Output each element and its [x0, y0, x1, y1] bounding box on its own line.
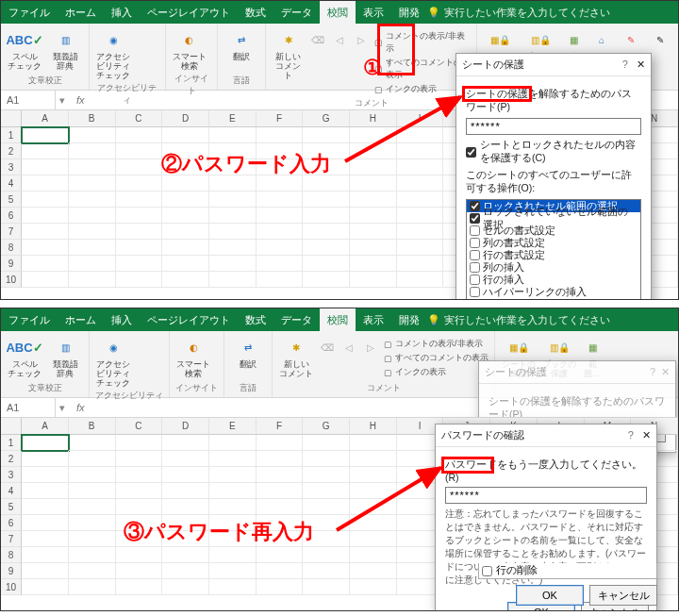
cell[interactable] [162, 159, 209, 175]
tab-layout[interactable]: ページレイアウト [140, 308, 238, 331]
cell[interactable] [209, 272, 257, 288]
cell[interactable] [397, 143, 444, 159]
column-header[interactable]: F [257, 110, 304, 127]
cell[interactable] [397, 175, 444, 191]
cell[interactable] [303, 272, 350, 288]
column-header[interactable]: C [116, 110, 163, 127]
cell[interactable] [350, 483, 397, 499]
cell[interactable] [257, 224, 304, 240]
cell[interactable] [162, 127, 209, 143]
column-header[interactable]: A [22, 110, 69, 127]
cell[interactable] [116, 483, 163, 499]
translate-button[interactable]: ⇄翻訳 [230, 334, 266, 369]
row-header[interactable]: 9 [1, 256, 22, 272]
cell[interactable] [350, 224, 397, 240]
cell[interactable] [303, 143, 350, 159]
cell[interactable] [350, 175, 397, 191]
cell[interactable] [162, 175, 209, 191]
tab-dev[interactable]: 開発 [391, 1, 427, 24]
column-header[interactable]: B [69, 110, 116, 127]
cell[interactable] [69, 127, 116, 143]
cell[interactable] [257, 547, 304, 563]
cell[interactable] [257, 467, 304, 483]
row-header[interactable]: 3 [1, 467, 22, 483]
row-header[interactable]: 1 [1, 435, 22, 451]
cell[interactable] [22, 515, 69, 531]
cell[interactable] [303, 483, 350, 499]
tab-view[interactable]: 表示 [356, 1, 391, 24]
row-header[interactable]: 8 [1, 547, 22, 563]
allow-option-checkbox[interactable] [470, 287, 480, 297]
cell[interactable] [209, 256, 257, 272]
tab-formula[interactable]: 数式 [238, 1, 273, 24]
cell[interactable] [116, 224, 163, 240]
cell[interactable] [69, 499, 116, 515]
cell[interactable] [350, 435, 397, 451]
allow-option[interactable]: ハイパーリンクの挿入 [467, 286, 640, 298]
cell[interactable] [162, 483, 209, 499]
cell[interactable] [257, 483, 304, 499]
cell[interactable] [303, 451, 350, 467]
accessibility-button[interactable]: ◉アクセシビリティ チェック [95, 26, 131, 80]
allow-option-checkbox[interactable] [470, 262, 480, 273]
cell[interactable] [116, 531, 163, 547]
cell[interactable] [22, 531, 69, 547]
cell[interactable] [257, 143, 304, 159]
cell[interactable] [257, 175, 304, 191]
cell[interactable] [116, 127, 163, 143]
tell-me-hint[interactable]: 💡 実行したい作業を入力してください [427, 6, 610, 20]
cell[interactable] [162, 467, 209, 483]
fx-icon[interactable]: fx [69, 402, 92, 413]
dialog-help-button[interactable]: ? [617, 58, 634, 70]
thesaurus-button[interactable]: ▥類義語 辞典 [47, 26, 83, 71]
cell[interactable] [162, 224, 209, 240]
allow-option-checkbox[interactable] [470, 299, 480, 300]
column-header[interactable]: H [350, 110, 397, 127]
cell[interactable] [116, 240, 163, 256]
cell[interactable] [69, 272, 116, 288]
allow-option-checkbox[interactable] [470, 275, 480, 285]
cell[interactable] [397, 127, 444, 143]
cell[interactable] [116, 563, 163, 579]
column-header[interactable]: G [303, 110, 350, 127]
spellcheck-button[interactable]: ABC✓スペル チェック [7, 334, 42, 378]
column-header[interactable]: I [397, 110, 444, 127]
cell[interactable] [257, 191, 304, 208]
cell[interactable] [257, 272, 304, 288]
cell[interactable] [303, 224, 350, 240]
row-header[interactable]: 2 [1, 451, 22, 467]
cell[interactable] [257, 451, 304, 467]
tell-me-hint[interactable]: 💡 実行したい作業を入力してください [427, 313, 610, 327]
cell[interactable] [257, 499, 304, 515]
cell[interactable] [350, 451, 397, 467]
row-header[interactable]: 10 [1, 272, 22, 288]
cell[interactable] [69, 467, 116, 483]
cell[interactable] [303, 467, 350, 483]
allow-option[interactable]: 列の挿入 [467, 261, 640, 274]
cell[interactable] [350, 159, 397, 175]
cell[interactable] [22, 483, 69, 499]
cell[interactable] [69, 191, 116, 208]
column-header[interactable]: H [350, 418, 397, 435]
cell[interactable] [303, 547, 350, 563]
cell[interactable] [303, 191, 350, 208]
translate-button[interactable]: ⇄翻訳 [224, 26, 259, 61]
cell[interactable] [162, 531, 209, 547]
cell[interactable] [116, 143, 163, 159]
cell[interactable] [209, 531, 257, 547]
cell[interactable] [162, 499, 209, 515]
cell[interactable] [162, 240, 209, 256]
cell[interactable] [303, 579, 350, 595]
cell[interactable] [209, 175, 257, 191]
column-header[interactable]: G [303, 418, 350, 435]
cell[interactable] [257, 127, 304, 143]
cell[interactable] [303, 240, 350, 256]
row-header[interactable]: 7 [1, 531, 22, 547]
cell[interactable] [69, 531, 116, 547]
cell[interactable] [69, 159, 116, 175]
cell[interactable] [350, 547, 397, 563]
cell[interactable] [209, 224, 257, 240]
cell[interactable] [162, 579, 209, 595]
allow-option-checkbox[interactable] [470, 238, 480, 248]
cell[interactable] [162, 547, 209, 563]
